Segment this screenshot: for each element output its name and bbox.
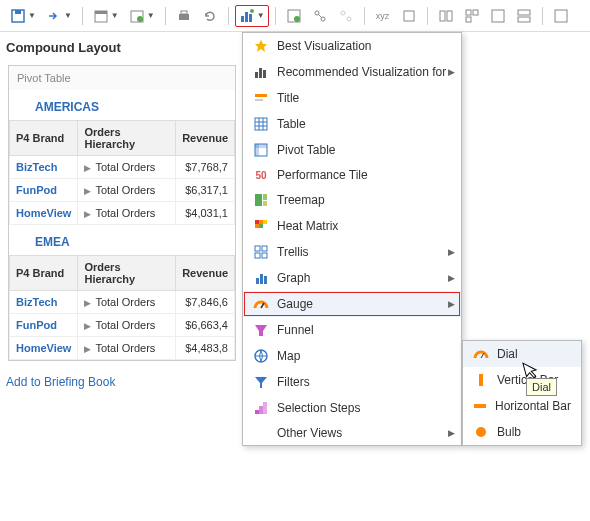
vbar-icon bbox=[471, 372, 491, 388]
svg-rect-9 bbox=[245, 12, 248, 22]
col-orders[interactable]: Orders Hierarchy bbox=[78, 256, 176, 291]
xyz-icon: xyz bbox=[375, 8, 391, 24]
submenu-caret-icon: ▶ bbox=[448, 67, 455, 77]
menu-gauge[interactable]: Gauge▶ bbox=[243, 291, 461, 317]
brand-cell[interactable]: HomeView bbox=[10, 202, 78, 225]
svg-rect-8 bbox=[241, 16, 244, 22]
separator bbox=[364, 7, 365, 25]
menu-best-visualization[interactable]: Best Visualization bbox=[243, 33, 461, 59]
svg-rect-21 bbox=[447, 11, 452, 21]
menu-trellis[interactable]: Trellis▶ bbox=[243, 239, 461, 265]
print-button[interactable] bbox=[172, 5, 196, 27]
expand-icon[interactable]: ▶ bbox=[84, 321, 91, 331]
table-row: HomeView▶Total Orders$4,031,1 bbox=[10, 202, 235, 225]
brand-cell[interactable]: HomeView bbox=[10, 337, 78, 360]
layout5-button[interactable] bbox=[549, 5, 573, 27]
col-orders[interactable]: Orders Hierarchy bbox=[78, 121, 176, 156]
separator bbox=[427, 7, 428, 25]
link2-button[interactable] bbox=[334, 5, 358, 27]
orders-cell[interactable]: ▶Total Orders bbox=[78, 337, 176, 360]
svg-rect-61 bbox=[263, 402, 267, 414]
col-brand[interactable]: P4 Brand bbox=[10, 256, 78, 291]
agent-button[interactable]: ▼ bbox=[125, 5, 159, 27]
export-icon bbox=[46, 8, 62, 24]
menu-pivot-table[interactable]: Pivot Table bbox=[243, 137, 461, 163]
menu-recommended[interactable]: Recommended Visualization for▶ bbox=[243, 59, 461, 85]
svg-rect-3 bbox=[95, 11, 107, 14]
menu-graph[interactable]: Graph▶ bbox=[243, 265, 461, 291]
menu-heat-matrix[interactable]: Heat Matrix bbox=[243, 213, 461, 239]
orders-cell[interactable]: ▶Total Orders bbox=[78, 156, 176, 179]
schedule-button[interactable]: ▼ bbox=[89, 5, 123, 27]
svg-line-62 bbox=[481, 353, 484, 358]
menu-filters[interactable]: Filters bbox=[243, 369, 461, 395]
svg-rect-56 bbox=[264, 276, 267, 284]
menu-vertical-bar[interactable]: Vertical Bar bbox=[463, 367, 581, 393]
menu-horizontal-bar[interactable]: Horizontal Bar bbox=[463, 393, 581, 419]
pivot-icon bbox=[251, 142, 271, 158]
save-button[interactable]: ▼ bbox=[6, 5, 40, 27]
orders-cell[interactable]: ▶Total Orders bbox=[78, 314, 176, 337]
expand-icon[interactable]: ▶ bbox=[84, 344, 91, 354]
refresh-button[interactable] bbox=[198, 5, 222, 27]
svg-rect-30 bbox=[259, 68, 262, 78]
svg-rect-49 bbox=[259, 224, 263, 228]
expand-icon[interactable]: ▶ bbox=[84, 163, 91, 173]
caret-icon: ▼ bbox=[28, 11, 36, 20]
svg-rect-44 bbox=[263, 201, 267, 206]
svg-rect-19 bbox=[404, 11, 414, 21]
star-icon bbox=[251, 38, 271, 54]
briefing-book-link[interactable]: Add to Briefing Book bbox=[0, 365, 121, 399]
graph-icon bbox=[251, 270, 271, 286]
xyz-button[interactable]: xyz bbox=[371, 5, 395, 27]
menu-funnel[interactable]: Funnel bbox=[243, 317, 461, 343]
col-brand[interactable]: P4 Brand bbox=[10, 121, 78, 156]
menu-performance-tile[interactable]: 50Performance Tile bbox=[243, 163, 461, 187]
table-row: BizTech▶Total Orders$7,768,7 bbox=[10, 156, 235, 179]
layout3-button[interactable] bbox=[486, 5, 510, 27]
layout4-button[interactable] bbox=[512, 5, 536, 27]
new-view-button[interactable]: ▼ bbox=[235, 5, 269, 27]
calendar-icon bbox=[93, 8, 109, 24]
orders-cell[interactable]: ▶Total Orders bbox=[78, 179, 176, 202]
brand-cell[interactable]: BizTech bbox=[10, 291, 78, 314]
menu-other-views[interactable]: Other Views▶ bbox=[243, 421, 461, 445]
svg-rect-43 bbox=[263, 194, 267, 200]
layout1-button[interactable] bbox=[434, 5, 458, 27]
menu-dial[interactable]: Dial bbox=[463, 341, 581, 367]
container-button[interactable] bbox=[282, 5, 306, 27]
props-button[interactable] bbox=[397, 5, 421, 27]
brand-cell[interactable]: BizTech bbox=[10, 156, 78, 179]
menu-table[interactable]: Table bbox=[243, 111, 461, 137]
svg-rect-23 bbox=[473, 10, 478, 15]
submenu-caret-icon: ▶ bbox=[448, 247, 455, 257]
orders-cell[interactable]: ▶Total Orders bbox=[78, 202, 176, 225]
svg-rect-6 bbox=[179, 14, 189, 20]
col-revenue[interactable]: Revenue bbox=[176, 256, 235, 291]
link2-icon bbox=[338, 8, 354, 24]
col-revenue[interactable]: Revenue bbox=[176, 121, 235, 156]
expand-icon[interactable]: ▶ bbox=[84, 209, 91, 219]
menu-title[interactable]: Title bbox=[243, 85, 461, 111]
link-button[interactable] bbox=[308, 5, 332, 27]
revenue-cell: $7,846,6 bbox=[176, 291, 235, 314]
svg-rect-51 bbox=[262, 246, 267, 251]
menu-selection-steps[interactable]: Selection Steps bbox=[243, 395, 461, 421]
save-icon bbox=[10, 8, 26, 24]
brand-cell[interactable]: FunPod bbox=[10, 314, 78, 337]
expand-icon[interactable]: ▶ bbox=[84, 186, 91, 196]
bulb-icon bbox=[471, 424, 491, 440]
table-header-row: P4 Brand Orders Hierarchy Revenue bbox=[10, 121, 235, 156]
gauge-submenu: Dial Vertical Bar Horizontal Bar Bulb bbox=[462, 340, 582, 446]
layout2-button[interactable] bbox=[460, 5, 484, 27]
menu-map[interactable]: Map bbox=[243, 343, 461, 369]
export-button[interactable]: ▼ bbox=[42, 5, 76, 27]
brand-cell[interactable]: FunPod bbox=[10, 179, 78, 202]
svg-rect-53 bbox=[262, 253, 267, 258]
expand-icon[interactable]: ▶ bbox=[84, 298, 91, 308]
table-row: HomeView▶Total Orders$4,483,8 bbox=[10, 337, 235, 360]
orders-cell[interactable]: ▶Total Orders bbox=[78, 291, 176, 314]
menu-treemap[interactable]: Treemap bbox=[243, 187, 461, 213]
caret-icon: ▼ bbox=[257, 11, 265, 20]
menu-bulb[interactable]: Bulb bbox=[463, 419, 581, 445]
